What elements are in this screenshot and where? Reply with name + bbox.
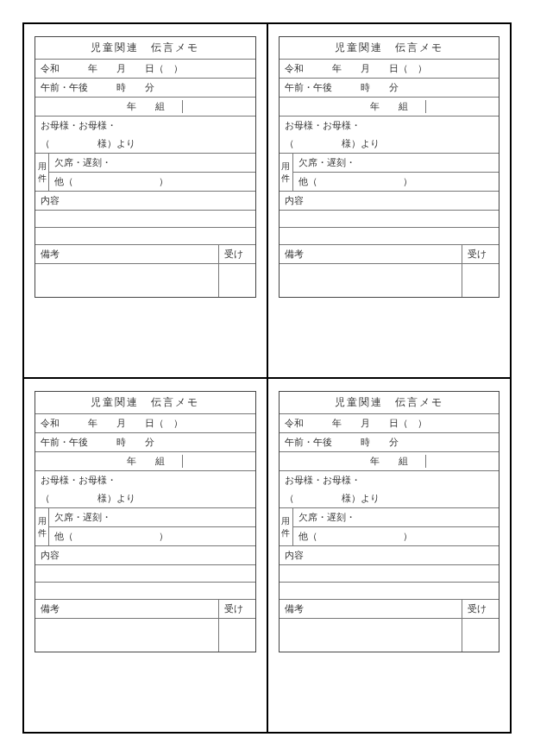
content-block: 内容 — [280, 546, 499, 600]
matter-block: 用 件 欠席・遅刻・ 他（ ） — [280, 508, 499, 546]
time-row: 午前・午後 時 分 — [280, 433, 499, 452]
matter-block: 用 件 欠席・遅刻・ 他（ ） — [35, 154, 255, 192]
remarks-block: 備考 受け — [280, 600, 499, 652]
memo-card: 児童関連 伝言メモ 令和 年 月 日（ ） 午前・午後 時 分 年 組 お母様・… — [279, 391, 500, 652]
matter-label-1: 用 — [281, 515, 290, 527]
matter-block: 用 件 欠席・遅刻・ 他（ ） — [35, 508, 255, 546]
memo-card: 児童関連 伝言メモ 令和 年 月 日（ ） 午前・午後 時 分 年 組 お母様・… — [35, 36, 256, 298]
matter-label-2: 件 — [38, 173, 47, 185]
matter-block: 用 件 欠席・遅刻・ 他（ ） — [280, 154, 499, 192]
matter-label-2: 件 — [281, 527, 290, 539]
received-body — [219, 619, 255, 652]
card-title: 児童関連 伝言メモ — [35, 392, 255, 414]
page-border: 児童関連 伝言メモ 令和 年 月 日（ ） 午前・午後 時 分 年 組 お母様・… — [22, 22, 512, 734]
matter-label: 用 件 — [280, 508, 293, 545]
content-block: 内容 — [35, 192, 255, 245]
content-label: 内容 — [35, 192, 255, 210]
remarks-body — [280, 264, 462, 297]
content-line-2 — [35, 227, 255, 244]
matter-line-2: 他（ ） — [49, 173, 255, 191]
content-label: 内容 — [280, 192, 499, 210]
content-label: 内容 — [280, 546, 499, 564]
content-line-2 — [280, 227, 499, 244]
remarks-body — [35, 619, 218, 652]
remarks-block: 備考 受け — [35, 245, 255, 297]
matter-line-1: 欠席・遅刻・ — [49, 508, 255, 527]
content-label: 内容 — [35, 546, 255, 564]
matter-line-2: 他（ ） — [293, 527, 499, 545]
received-label: 受け — [219, 600, 255, 619]
matter-line-1: 欠席・遅刻・ — [293, 154, 499, 173]
class-text: 年 組 — [351, 455, 426, 468]
matter-body: 欠席・遅刻・ 他（ ） — [49, 508, 255, 545]
content-block: 内容 — [35, 546, 255, 600]
remarks-block: 備考 受け — [35, 600, 255, 652]
card-title: 児童関連 伝言メモ — [280, 392, 499, 414]
matter-body: 欠席・遅刻・ 他（ ） — [49, 154, 255, 191]
from-block: お母様・お母様・ （ 様）より — [35, 471, 255, 508]
remarks-left: 備考 — [35, 600, 219, 652]
from-block: お母様・お母様・ （ 様）より — [280, 117, 499, 154]
remarks-left: 備考 — [280, 245, 463, 297]
from-block: お母様・お母様・ （ 様）より — [280, 471, 499, 508]
content-line-1 — [35, 210, 255, 227]
class-text: 年 組 — [351, 100, 426, 113]
page-frame: 児童関連 伝言メモ 令和 年 月 日（ ） 午前・午後 時 分 年 組 お母様・… — [0, 0, 534, 756]
date-row: 令和 年 月 日（ ） — [35, 60, 255, 79]
received-label: 受け — [462, 245, 499, 264]
card-title: 児童関連 伝言メモ — [280, 37, 499, 60]
content-line-2 — [35, 582, 255, 599]
time-row: 午前・午後 時 分 — [35, 433, 255, 452]
matter-label-1: 用 — [281, 161, 290, 173]
remarks-label: 備考 — [35, 245, 218, 264]
received-label: 受け — [462, 600, 499, 619]
matter-label: 用 件 — [35, 508, 49, 545]
memo-card: 児童関連 伝言メモ 令和 年 月 日（ ） 午前・午後 時 分 年 組 お母様・… — [279, 36, 500, 298]
content-line-2 — [280, 582, 499, 599]
received-body — [462, 264, 499, 297]
matter-label-1: 用 — [38, 161, 47, 173]
from-block: お母様・お母様・ （ 様）より — [35, 117, 255, 154]
received-label: 受け — [219, 245, 255, 264]
received-col: 受け — [462, 600, 499, 652]
received-col: 受け — [219, 245, 255, 297]
remarks-body — [280, 619, 462, 652]
matter-line-2: 他（ ） — [49, 527, 255, 545]
remarks-label: 備考 — [280, 600, 462, 619]
memo-cell-2: 児童関連 伝言メモ 令和 年 月 日（ ） 午前・午後 時 分 年 組 お母様・… — [267, 24, 511, 378]
from-line-1: お母様・お母様・ — [280, 471, 499, 489]
from-line-1: お母様・お母様・ — [35, 471, 255, 489]
from-line-1: お母様・お母様・ — [35, 117, 255, 135]
class-row: 年 組 — [280, 98, 499, 117]
time-row: 午前・午後 時 分 — [280, 79, 499, 98]
date-row: 令和 年 月 日（ ） — [35, 414, 255, 433]
date-row: 令和 年 月 日（ ） — [280, 60, 499, 79]
class-row: 年 組 — [35, 452, 255, 471]
remarks-left: 備考 — [280, 600, 463, 652]
date-row: 令和 年 月 日（ ） — [280, 414, 499, 433]
class-row: 年 組 — [280, 452, 499, 471]
class-row: 年 組 — [35, 98, 255, 117]
content-block: 内容 — [280, 192, 499, 245]
received-body — [462, 619, 499, 652]
time-row: 午前・午後 時 分 — [35, 79, 255, 98]
matter-label-2: 件 — [281, 173, 290, 185]
received-col: 受け — [462, 245, 499, 297]
matter-label-2: 件 — [38, 527, 47, 539]
from-line-2: （ 様）より — [280, 135, 499, 153]
remarks-body — [35, 264, 218, 297]
class-text: 年 組 — [108, 455, 183, 468]
remarks-block: 備考 受け — [280, 245, 499, 297]
matter-body: 欠席・遅刻・ 他（ ） — [293, 508, 499, 545]
content-line-1 — [280, 564, 499, 582]
from-line-1: お母様・お母様・ — [280, 117, 499, 135]
matter-line-1: 欠席・遅刻・ — [293, 508, 499, 527]
from-line-2: （ 様）より — [35, 135, 255, 153]
remarks-label: 備考 — [280, 245, 462, 264]
from-line-2: （ 様）より — [35, 489, 255, 507]
memo-cell-1: 児童関連 伝言メモ 令和 年 月 日（ ） 午前・午後 時 分 年 組 お母様・… — [24, 24, 267, 378]
remarks-left: 備考 — [35, 245, 219, 297]
matter-line-1: 欠席・遅刻・ — [49, 154, 255, 173]
from-line-2: （ 様）より — [280, 489, 499, 507]
card-title: 児童関連 伝言メモ — [35, 37, 255, 60]
